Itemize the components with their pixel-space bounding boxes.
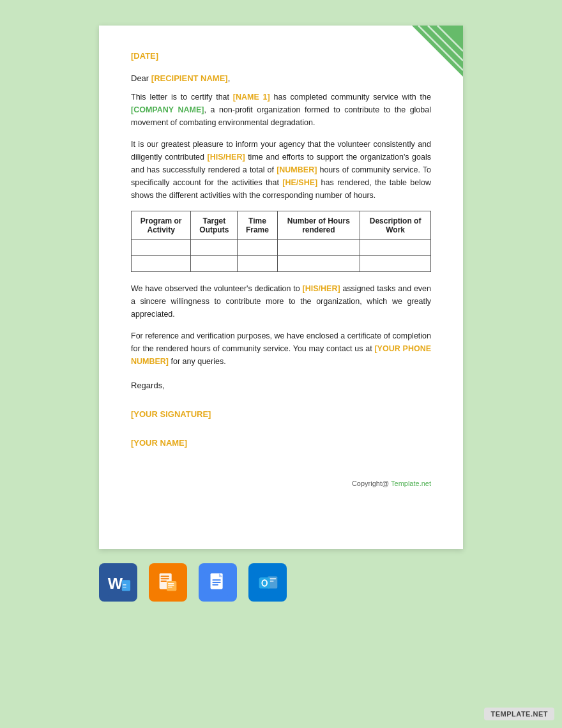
name-field: [YOUR NAME] xyxy=(131,438,431,448)
th-program-activity: Program orActivity xyxy=(132,211,191,240)
svg-rect-14 xyxy=(168,583,174,584)
td-program-1 xyxy=(132,240,191,256)
table-row xyxy=(132,240,431,256)
regards-line: Regards, xyxy=(131,381,431,390)
td-desc-2 xyxy=(360,256,431,272)
greeting-comma: , xyxy=(228,73,231,83)
td-target-1 xyxy=(191,240,238,256)
th-time-frame: TimeFrame xyxy=(238,211,277,240)
outlook-icon-button[interactable] xyxy=(248,563,287,602)
name1-field: [NAME 1] xyxy=(233,93,270,102)
svg-rect-10 xyxy=(161,576,169,577)
svg-rect-15 xyxy=(168,585,174,586)
template-net-badge: TEMPLATE.NET xyxy=(484,708,554,720)
paragraph-4: For reference and verification purposes,… xyxy=(131,330,431,368)
paragraph-2: It is our greatest pleasure to inform yo… xyxy=(131,138,431,202)
number-field: [NUMBER] xyxy=(277,165,317,174)
td-time-2 xyxy=(238,256,277,272)
greeting-line: Dear [RECIPIENT NAME], xyxy=(131,73,431,83)
svg-rect-13 xyxy=(167,581,176,591)
corner-decoration xyxy=(412,26,463,77)
brand-name: Template.net xyxy=(391,480,431,487)
svg-rect-11 xyxy=(161,578,169,579)
svg-rect-20 xyxy=(212,579,220,580)
svg-rect-16 xyxy=(168,587,172,588)
date-field: [DATE] xyxy=(131,51,431,61)
his-her-2-field: [HIS/HER] xyxy=(303,284,340,293)
svg-text:≡: ≡ xyxy=(123,582,126,589)
copyright-text: Copyright@ xyxy=(352,480,389,487)
svg-point-29 xyxy=(262,580,266,586)
he-she-field: [HE/SHE] xyxy=(282,178,317,187)
td-target-2 xyxy=(191,256,238,272)
google-docs-icon-button[interactable] xyxy=(199,563,237,602)
signature-field: [YOUR SIGNATURE] xyxy=(131,409,431,419)
paragraph-3: We have observed the volunteer's dedicat… xyxy=(131,282,431,321)
svg-rect-21 xyxy=(212,582,220,583)
svg-rect-22 xyxy=(212,584,218,586)
table-row xyxy=(132,256,431,272)
company-name-field: [COMPANY NAME] xyxy=(131,105,204,114)
td-hours-2 xyxy=(277,256,360,272)
p3-text1: We have observed the volunteer's dedicat… xyxy=(131,284,303,293)
svg-rect-12 xyxy=(161,580,167,582)
copyright-bar: Copyright@ Template.net xyxy=(131,473,431,487)
page-wrapper: [DATE] Dear [RECIPIENT NAME], This lette… xyxy=(0,0,562,621)
td-time-1 xyxy=(238,240,277,256)
th-hours-rendered: Number of Hoursrendered xyxy=(277,211,360,240)
activity-table: Program orActivity TargetOutputs TimeFra… xyxy=(131,211,431,272)
td-hours-1 xyxy=(277,240,360,256)
td-desc-1 xyxy=(360,240,431,256)
p1-text2: has completed community service with the xyxy=(270,93,431,102)
his-her-1-field: [HIS/HER] xyxy=(208,153,245,162)
greeting-text: Dear xyxy=(131,73,149,83)
recipient-name: [RECIPIENT NAME] xyxy=(151,73,228,83)
p1-text1: This letter is to certify that xyxy=(131,93,233,102)
svg-marker-0 xyxy=(412,26,463,77)
td-program-2 xyxy=(132,256,191,272)
paragraph-1: This letter is to certify that [NAME 1] … xyxy=(131,91,431,129)
document-card: [DATE] Dear [RECIPIENT NAME], This lette… xyxy=(99,26,463,549)
word-icon-button[interactable]: W ≡ xyxy=(99,563,137,602)
p4-text2: for any queries. xyxy=(169,357,226,366)
app-icons-row: W ≡ xyxy=(99,563,463,602)
th-description: Description ofWork xyxy=(360,211,431,240)
svg-text:W: W xyxy=(108,575,123,592)
th-target-outputs: TargetOutputs xyxy=(191,211,238,240)
table-header-row: Program orActivity TargetOutputs TimeFra… xyxy=(132,211,431,240)
pages-icon-button[interactable] xyxy=(149,563,187,602)
